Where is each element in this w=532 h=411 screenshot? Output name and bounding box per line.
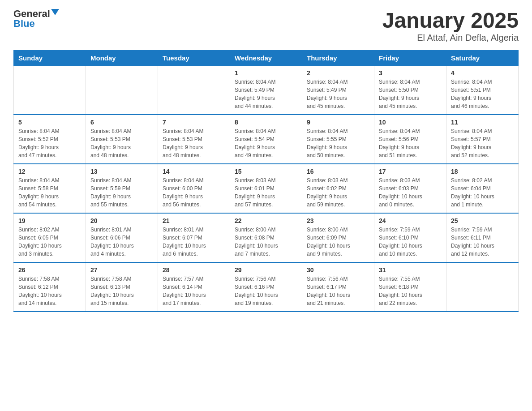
- page-title: January 2025: [382, 9, 519, 33]
- day-number: 31: [379, 266, 442, 274]
- calendar-cell: 21Sunrise: 8:01 AMSunset: 6:07 PMDayligh…: [158, 213, 230, 262]
- day-info: Sunrise: 7:58 AMSunset: 6:13 PMDaylight:…: [90, 275, 153, 307]
- day-info: Sunrise: 8:00 AMSunset: 6:08 PMDaylight:…: [235, 226, 297, 258]
- day-info: Sunrise: 8:04 AMSunset: 6:00 PMDaylight:…: [163, 176, 225, 209]
- calendar-cell: 16Sunrise: 8:03 AMSunset: 6:02 PMDayligh…: [302, 164, 374, 213]
- calendar-cell: 22Sunrise: 8:00 AMSunset: 6:08 PMDayligh…: [230, 213, 302, 262]
- logo-triangle-icon: [51, 9, 59, 15]
- calendar-cell: 28Sunrise: 7:57 AMSunset: 6:14 PMDayligh…: [158, 262, 230, 312]
- calendar-cell: [446, 262, 519, 312]
- day-info: Sunrise: 7:55 AMSunset: 6:18 PMDaylight:…: [379, 275, 442, 307]
- calendar-cell: 25Sunrise: 7:59 AMSunset: 6:11 PMDayligh…: [446, 213, 519, 262]
- day-info: Sunrise: 8:01 AMSunset: 6:07 PMDaylight:…: [163, 226, 225, 258]
- calendar-cell: 18Sunrise: 8:02 AMSunset: 6:04 PMDayligh…: [446, 164, 519, 213]
- col-friday: Friday: [374, 50, 446, 65]
- day-info: Sunrise: 7:58 AMSunset: 6:12 PMDaylight:…: [18, 275, 81, 307]
- calendar-cell: 5Sunrise: 8:04 AMSunset: 5:52 PMDaylight…: [14, 115, 86, 164]
- calendar-cell: 29Sunrise: 7:56 AMSunset: 6:16 PMDayligh…: [230, 262, 302, 312]
- col-wednesday: Wednesday: [230, 50, 302, 65]
- day-info: Sunrise: 8:00 AMSunset: 6:09 PMDaylight:…: [307, 226, 369, 258]
- day-number: 5: [18, 119, 81, 126]
- col-saturday: Saturday: [446, 50, 519, 65]
- calendar-cell: 26Sunrise: 7:58 AMSunset: 6:12 PMDayligh…: [14, 262, 86, 312]
- day-number: 2: [307, 69, 369, 77]
- calendar-week-row: 19Sunrise: 8:02 AMSunset: 6:05 PMDayligh…: [14, 213, 519, 262]
- day-info: Sunrise: 8:03 AMSunset: 6:03 PMDaylight:…: [379, 176, 442, 209]
- day-number: 6: [90, 119, 153, 126]
- calendar-cell: 23Sunrise: 8:00 AMSunset: 6:09 PMDayligh…: [302, 213, 374, 262]
- day-info: Sunrise: 8:01 AMSunset: 6:06 PMDaylight:…: [90, 226, 153, 258]
- calendar-cell: 12Sunrise: 8:04 AMSunset: 5:58 PMDayligh…: [14, 164, 86, 213]
- title-block: January 2025 El Attaf, Ain Defla, Algeri…: [382, 9, 519, 43]
- calendar-cell: 4Sunrise: 8:04 AMSunset: 5:51 PMDaylight…: [446, 65, 519, 115]
- calendar-cell: 1Sunrise: 8:04 AMSunset: 5:49 PMDaylight…: [230, 65, 302, 115]
- calendar-week-row: 5Sunrise: 8:04 AMSunset: 5:52 PMDaylight…: [14, 115, 519, 164]
- calendar-cell: 30Sunrise: 7:56 AMSunset: 6:17 PMDayligh…: [302, 262, 374, 312]
- day-number: 9: [307, 119, 369, 126]
- calendar-week-row: 12Sunrise: 8:04 AMSunset: 5:58 PMDayligh…: [14, 164, 519, 213]
- calendar-cell: 14Sunrise: 8:04 AMSunset: 6:00 PMDayligh…: [158, 164, 230, 213]
- calendar-cell: [86, 65, 158, 115]
- calendar-cell: 20Sunrise: 8:01 AMSunset: 6:06 PMDayligh…: [86, 213, 158, 262]
- page-subtitle: El Attaf, Ain Defla, Algeria: [382, 33, 519, 43]
- calendar-week-row: 1Sunrise: 8:04 AMSunset: 5:49 PMDaylight…: [14, 65, 519, 115]
- day-number: 23: [307, 217, 369, 224]
- calendar-cell: 8Sunrise: 8:04 AMSunset: 5:54 PMDaylight…: [230, 115, 302, 164]
- calendar-cell: 7Sunrise: 8:04 AMSunset: 5:53 PMDaylight…: [158, 115, 230, 164]
- logo: General Blue: [13, 9, 59, 29]
- day-number: 22: [235, 217, 297, 224]
- day-number: 7: [163, 119, 225, 126]
- col-monday: Monday: [86, 50, 158, 65]
- calendar-table: Sunday Monday Tuesday Wednesday Thursday…: [13, 50, 519, 313]
- day-number: 24: [379, 217, 442, 224]
- day-info: Sunrise: 8:02 AMSunset: 6:04 PMDaylight:…: [451, 176, 514, 209]
- calendar-cell: 6Sunrise: 8:04 AMSunset: 5:53 PMDaylight…: [86, 115, 158, 164]
- day-number: 21: [163, 217, 225, 224]
- day-number: 29: [235, 266, 297, 274]
- day-number: 3: [379, 69, 442, 77]
- day-info: Sunrise: 8:03 AMSunset: 6:01 PMDaylight:…: [235, 176, 297, 209]
- day-number: 17: [379, 168, 442, 175]
- page-header: General Blue January 2025 El Attaf, Ain …: [13, 9, 519, 43]
- day-info: Sunrise: 8:04 AMSunset: 5:52 PMDaylight:…: [18, 127, 81, 159]
- day-info: Sunrise: 8:04 AMSunset: 5:49 PMDaylight:…: [307, 78, 369, 110]
- calendar-cell: [158, 65, 230, 115]
- calendar-week-row: 26Sunrise: 7:58 AMSunset: 6:12 PMDayligh…: [14, 262, 519, 312]
- day-number: 19: [18, 217, 81, 224]
- day-info: Sunrise: 8:03 AMSunset: 6:02 PMDaylight:…: [307, 176, 369, 209]
- day-info: Sunrise: 7:56 AMSunset: 6:17 PMDaylight:…: [307, 275, 369, 307]
- calendar-cell: [14, 65, 86, 115]
- calendar-cell: 2Sunrise: 8:04 AMSunset: 5:49 PMDaylight…: [302, 65, 374, 115]
- calendar-cell: 24Sunrise: 7:59 AMSunset: 6:10 PMDayligh…: [374, 213, 446, 262]
- day-info: Sunrise: 8:04 AMSunset: 5:53 PMDaylight:…: [90, 127, 153, 159]
- day-info: Sunrise: 7:57 AMSunset: 6:14 PMDaylight:…: [163, 275, 225, 307]
- day-number: 30: [307, 266, 369, 274]
- day-number: 8: [235, 119, 297, 126]
- day-info: Sunrise: 8:04 AMSunset: 5:56 PMDaylight:…: [379, 127, 442, 159]
- day-number: 28: [163, 266, 225, 274]
- day-info: Sunrise: 7:59 AMSunset: 6:11 PMDaylight:…: [451, 226, 514, 258]
- day-number: 12: [18, 168, 81, 175]
- col-tuesday: Tuesday: [158, 50, 230, 65]
- day-info: Sunrise: 8:04 AMSunset: 5:50 PMDaylight:…: [379, 78, 442, 110]
- day-info: Sunrise: 8:04 AMSunset: 5:49 PMDaylight:…: [235, 78, 297, 110]
- day-info: Sunrise: 8:04 AMSunset: 5:57 PMDaylight:…: [451, 127, 514, 159]
- day-info: Sunrise: 8:04 AMSunset: 5:51 PMDaylight:…: [451, 78, 514, 110]
- calendar-cell: 17Sunrise: 8:03 AMSunset: 6:03 PMDayligh…: [374, 164, 446, 213]
- calendar-cell: 9Sunrise: 8:04 AMSunset: 5:55 PMDaylight…: [302, 115, 374, 164]
- day-number: 18: [451, 168, 514, 175]
- calendar-cell: 3Sunrise: 8:04 AMSunset: 5:50 PMDaylight…: [374, 65, 446, 115]
- day-info: Sunrise: 8:04 AMSunset: 5:53 PMDaylight:…: [163, 127, 225, 159]
- day-number: 14: [163, 168, 225, 175]
- calendar-cell: 10Sunrise: 8:04 AMSunset: 5:56 PMDayligh…: [374, 115, 446, 164]
- day-number: 27: [90, 266, 153, 274]
- col-sunday: Sunday: [14, 50, 86, 65]
- calendar-cell: 11Sunrise: 8:04 AMSunset: 5:57 PMDayligh…: [446, 115, 519, 164]
- day-info: Sunrise: 8:04 AMSunset: 5:58 PMDaylight:…: [18, 176, 81, 209]
- calendar-cell: 15Sunrise: 8:03 AMSunset: 6:01 PMDayligh…: [230, 164, 302, 213]
- day-number: 20: [90, 217, 153, 224]
- day-number: 13: [90, 168, 153, 175]
- day-info: Sunrise: 8:02 AMSunset: 6:05 PMDaylight:…: [18, 226, 81, 258]
- day-number: 10: [379, 119, 442, 126]
- day-info: Sunrise: 8:04 AMSunset: 5:55 PMDaylight:…: [307, 127, 369, 159]
